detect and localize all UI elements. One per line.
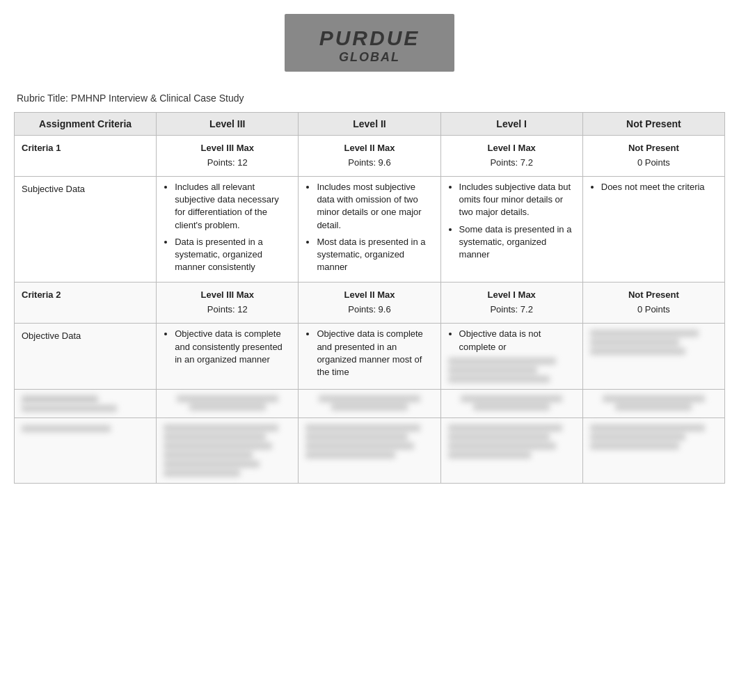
logo-line2: GLOBAL [319, 50, 420, 65]
page-wrapper: PURDUE GLOBAL Rubric Title: PMHNP Interv… [0, 0, 739, 498]
list-item: Data is presented in a systematic, organ… [175, 236, 291, 274]
blurred-np-pts [582, 389, 724, 417]
subcriteria-label: Subjective Data [22, 181, 149, 196]
criteria-name: Criteria 2 [22, 287, 149, 301]
level1-points: Points: 7.2 [448, 303, 575, 319]
level3-content-cell: Objective data is complete and consisten… [157, 324, 299, 389]
blurred-np-content [582, 417, 724, 483]
list-item: Objective data is complete and presented… [317, 328, 433, 379]
level3-points-cell: Level III Max Points: 12 [157, 136, 299, 177]
level1-points-cell: Level I Max Points: 7.2 [440, 136, 582, 177]
content-row-criteria1: Subjective Data Includes all relevant su… [15, 177, 725, 283]
subcriteria-label: Objective Data [22, 328, 149, 342]
header-not-present: Not Present [582, 113, 724, 136]
level2-points-header: Level II Max [305, 140, 433, 156]
list-item: Includes most subjective data with omiss… [317, 181, 433, 232]
not-present-header: Not Present [590, 287, 717, 303]
level2-points-header: Level II Max [305, 287, 433, 303]
level2-points: Points: 9.6 [305, 303, 433, 319]
not-present-points-cell: Not Present 0 Points [582, 136, 724, 177]
logo-line1: PURDUE [319, 26, 420, 50]
list-item: Objective data is not complete or [459, 328, 575, 353]
list-item: Does not meet the criteria [601, 181, 717, 193]
blurred-content-row [15, 417, 725, 483]
not-present-points: 0 Points [590, 303, 717, 319]
level3-content-cell: Includes all relevant subjective data ne… [157, 177, 299, 283]
level3-points-header: Level III Max [164, 287, 291, 303]
level2-content-cell: Objective data is complete and presented… [299, 324, 440, 389]
level3-points: Points: 12 [164, 303, 291, 319]
criteria-name-cell: Criteria 1 [15, 136, 157, 177]
not-present-header: Not Present [590, 140, 717, 156]
header-level1: Level I [440, 113, 582, 136]
subcriteria-cell: Objective Data [15, 324, 157, 389]
logo-box: PURDUE GLOBAL [285, 14, 455, 72]
header-level2: Level II [299, 113, 440, 136]
blurred-level1-content [440, 417, 582, 483]
points-row-criteria2: Criteria 2 Level III Max Points: 12 Leve… [15, 283, 725, 324]
list-item: Most data is presented in a systematic, … [317, 236, 433, 274]
level3-points-header: Level III Max [164, 140, 291, 156]
level2-points-cell: Level II Max Points: 9.6 [299, 283, 440, 324]
list-item: Includes all relevant subjective data ne… [175, 181, 291, 232]
list-item: Objective data is complete and consisten… [175, 328, 291, 366]
level3-points: Points: 12 [164, 156, 291, 172]
points-row-criteria1: Criteria 1 Level III Max Points: 12 Leve… [15, 136, 725, 177]
level1-points-header: Level I Max [448, 140, 575, 156]
header-criteria: Assignment Criteria [15, 113, 157, 136]
blurred-level3-pts [157, 389, 299, 417]
level1-points-header: Level I Max [448, 287, 575, 303]
criteria-name: Criteria 1 [22, 140, 149, 154]
blurred-subcriteria-cell [15, 417, 157, 483]
level2-points: Points: 9.6 [305, 156, 433, 172]
blurred-criteria-name-cell [15, 389, 157, 417]
blurred-level1-pts [440, 389, 582, 417]
blurred-criteria-row [15, 389, 725, 417]
blurred-level2-pts [299, 389, 440, 417]
rubric-title: Rubric Title: PMHNP Interview & Clinical… [14, 93, 725, 104]
blurred-level1 [448, 358, 575, 383]
not-present-content-cell: Does not meet the criteria [582, 177, 724, 283]
blurred-not-present [590, 330, 717, 355]
level2-points-cell: Level II Max Points: 9.6 [299, 136, 440, 177]
criteria-name-cell: Criteria 2 [15, 283, 157, 324]
blurred-level2-content [299, 417, 440, 483]
level1-content-cell: Includes subjective data but omits four … [440, 177, 582, 283]
level1-content-cell: Objective data is not complete or [440, 324, 582, 389]
subcriteria-cell: Subjective Data [15, 177, 157, 283]
level3-points-cell: Level III Max Points: 12 [157, 283, 299, 324]
rubric-table: Assignment Criteria Level III Level II L… [14, 112, 725, 484]
blurred-level3-content [157, 417, 299, 483]
content-row-criteria2: Objective Data Objective data is complet… [15, 324, 725, 389]
not-present-points: 0 Points [590, 156, 717, 172]
list-item: Includes subjective data but omits four … [459, 181, 575, 219]
logo-area: PURDUE GLOBAL [14, 14, 725, 72]
not-present-content-cell [582, 324, 724, 389]
list-item: Some data is presented in a systematic, … [459, 223, 575, 262]
level1-points: Points: 7.2 [448, 156, 575, 172]
level1-points-cell: Level I Max Points: 7.2 [440, 283, 582, 324]
level2-content-cell: Includes most subjective data with omiss… [299, 177, 440, 283]
header-level3: Level III [157, 113, 299, 136]
not-present-points-cell: Not Present 0 Points [582, 283, 724, 324]
